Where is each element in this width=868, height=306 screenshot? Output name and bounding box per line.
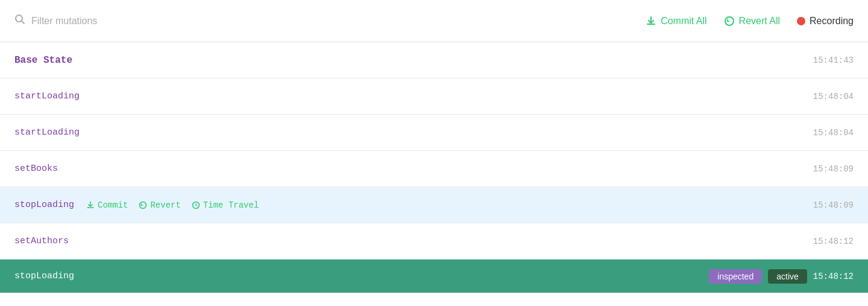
recording-label: Recording [810,16,854,27]
table-row[interactable]: Base State15:41:43 [0,42,868,78]
row-left: Base State [14,55,72,66]
table-row[interactable]: startLoading15:48:04 [0,78,868,115]
commit-label: Commit [98,200,128,210]
mutation-time: 15:48:09 [813,200,854,210]
mutation-name: startLoading [14,91,80,101]
table-row[interactable]: setAuthors15:48:12 [0,223,868,260]
mutation-name: setAuthors [14,236,69,246]
search-area: Filter mutations [14,14,646,28]
mutation-time: 15:48:09 [813,164,854,174]
status-right: inspected active 15:48:12 [709,269,854,284]
table-row[interactable]: startLoading15:48:04 [0,115,868,151]
revert-small-icon [139,201,147,209]
mutation-time: 15:41:43 [813,56,854,65]
revert-icon [724,16,735,27]
time-travel-icon [192,201,200,209]
revert-all-button[interactable]: Revert All [724,16,780,27]
row-left: stopLoadingCommitRevertTime Travel [14,200,259,210]
time-travel-label: Time Travel [203,200,259,210]
revert-button[interactable]: Revert [139,200,180,210]
row-left: startLoading [14,127,80,138]
row-actions: CommitRevertTime Travel [86,200,259,210]
recording-dot [797,17,805,25]
mutation-name: startLoading [14,127,80,138]
time-travel-button[interactable]: Time Travel [192,200,259,210]
toolbar: Filter mutations Commit All Revert All R… [0,0,868,42]
row-left: setBooks [14,164,58,174]
mutation-name: stopLoading [14,200,74,210]
svg-line-1 [22,21,25,24]
mutation-time: 15:48:04 [813,128,854,138]
table-row[interactable]: stopLoadingCommitRevertTime Travel15:48:… [0,187,868,223]
inspected-badge[interactable]: inspected [709,269,762,284]
mutation-time: 15:48:04 [813,92,854,101]
recording-button[interactable]: Recording [797,16,854,27]
status-bar: stopLoading inspected active 15:48:12 [0,260,868,293]
mutation-list: Base State15:41:43startLoading15:48:04st… [0,42,868,260]
mutation-name: Base State [14,55,72,66]
row-left: setAuthors [14,236,69,246]
table-row[interactable]: setBooks15:48:09 [0,151,868,187]
commit-button[interactable]: Commit [86,200,128,210]
active-badge[interactable]: active [768,269,807,284]
search-icon [14,14,25,28]
mutation-time: 15:48:12 [813,237,854,246]
status-time: 15:48:12 [813,272,854,281]
revert-label: Revert [150,200,180,210]
revert-all-label: Revert All [739,16,780,27]
mutation-name: setBooks [14,164,58,174]
commit-all-button[interactable]: Commit All [646,16,706,27]
search-placeholder[interactable]: Filter mutations [31,16,97,27]
download-small-icon [86,201,95,209]
status-mutation-name: stopLoading [14,271,74,281]
commit-all-label: Commit All [661,16,706,27]
row-left: startLoading [14,91,80,101]
download-icon [646,16,656,27]
toolbar-actions: Commit All Revert All Recording [646,16,854,27]
